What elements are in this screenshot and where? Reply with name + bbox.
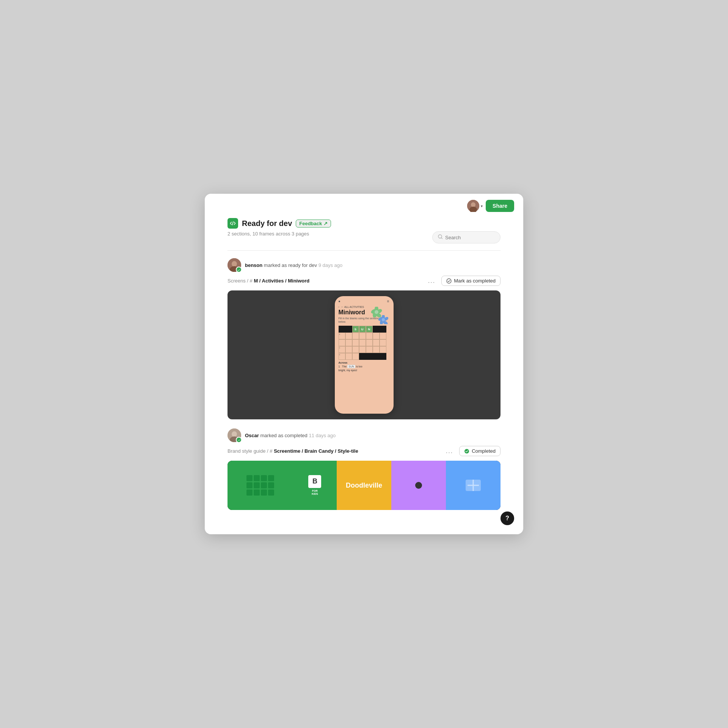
more-options-button-2[interactable]: ... xyxy=(444,447,455,455)
activity-path-row-1: Screens / # M / Activities / Miniword ..… xyxy=(228,276,500,286)
dev-badge xyxy=(236,267,242,273)
phone-across-section: Across 1 The SUN is toobright, my eyes! xyxy=(335,360,394,372)
cw-cell xyxy=(345,346,352,353)
brand-blue-graphic xyxy=(464,476,483,495)
search-icon xyxy=(438,234,443,241)
phone-back-link: ← ← ALL ACTIVITIES xyxy=(335,305,394,309)
completed-button[interactable]: Completed xyxy=(459,446,500,456)
cw-cell xyxy=(359,339,366,346)
cw-cell xyxy=(373,353,380,360)
cw-cell-u: 2U xyxy=(359,326,366,333)
back-link-label: ← ALL ACTIVITIES xyxy=(341,306,364,308)
user-avatar-button[interactable]: ▾ xyxy=(467,200,483,212)
activity-path-2: Brand style guide / # Screentime / Brain… xyxy=(228,448,358,454)
activity-action-desc-1: marked as ready for dev xyxy=(264,262,317,268)
phone-menu-icon: ≡ xyxy=(387,299,390,303)
cw-cell xyxy=(339,339,345,346)
code-badge xyxy=(228,218,238,229)
cw-cell-s: 1S xyxy=(352,326,359,333)
activity-text-2: Oscar marked as completed 11 days ago xyxy=(245,433,336,438)
feedback-button[interactable]: Feedback ↗ xyxy=(296,220,331,228)
cw-cell-n: 3N xyxy=(366,326,373,333)
topbar: ▾ Share xyxy=(205,194,523,218)
path-bold-1: M / Activities / Miniword xyxy=(254,278,309,284)
search-input[interactable] xyxy=(445,235,495,240)
svg-point-19 xyxy=(382,318,385,321)
divider xyxy=(228,250,500,251)
mark-completed-label: Mark as completed xyxy=(454,278,496,284)
mark-as-completed-button[interactable]: Mark as completed xyxy=(441,276,500,286)
check-circle-icon xyxy=(446,278,452,284)
cw-row-1: 1S 2U 3N xyxy=(339,326,390,333)
external-link-icon: ↗ xyxy=(323,221,328,226)
cw-row-5: 6 xyxy=(339,353,390,360)
frame-preview-miniword: ≡ ← ← ALL ACTIVITIES Miniword Fill in th… xyxy=(228,290,500,419)
activity-actions-2: ... Completed xyxy=(444,446,500,456)
activity-actions-1: ... Mark as completed xyxy=(426,276,500,286)
search-bar xyxy=(432,231,500,243)
activity-avatar-benson xyxy=(228,258,241,272)
cw-cell xyxy=(345,353,352,360)
activity-item-1: benson marked as ready for dev 9 days ag… xyxy=(228,258,500,419)
svg-point-13 xyxy=(375,310,378,314)
svg-point-23 xyxy=(464,449,469,453)
activity-path-row-2: Brand style guide / # Screentime / Brain… xyxy=(228,446,500,456)
cw-cell xyxy=(380,333,386,339)
svg-point-5 xyxy=(232,261,237,267)
activity-item-2: Oscar marked as completed 11 days ago Br… xyxy=(228,428,500,510)
phone-top-bar: ≡ xyxy=(335,296,394,305)
cw-cell xyxy=(352,346,359,353)
completed-check-icon xyxy=(464,449,469,454)
cw-cell xyxy=(352,353,359,360)
activity-path-1: Screens / # M / Activities / Miniword xyxy=(228,278,309,284)
cw-cell xyxy=(373,326,380,333)
cw-cell xyxy=(380,326,386,333)
cw-cell xyxy=(339,326,345,333)
avatar xyxy=(467,200,479,212)
cw-cell xyxy=(359,353,366,360)
brand-tile-green-2: B FORKIDS xyxy=(293,461,337,510)
chevron-down-icon: ▾ xyxy=(481,204,483,208)
path-prefix-2: Brand style guide / # xyxy=(228,448,274,454)
activity-action-2: marked as completed xyxy=(260,433,308,438)
main-window: ▾ Share Ready for dev Feedback ↗ 2 secti… xyxy=(205,194,523,534)
cw-row-3 xyxy=(339,339,390,346)
cw-cell xyxy=(366,333,373,339)
cw-cell: 6 xyxy=(339,353,345,360)
cw-cell xyxy=(373,333,380,339)
brand-tile-purple xyxy=(391,461,446,510)
completed-badge xyxy=(236,437,242,443)
cw-cell xyxy=(373,346,380,353)
phone-across-title: Across xyxy=(339,361,390,364)
sun-highlight: SUN xyxy=(347,365,355,368)
svg-point-1 xyxy=(471,202,475,207)
cw-row-2: 4 xyxy=(339,333,390,339)
activity-header-1: benson marked as ready for dev 9 days ag… xyxy=(228,258,500,272)
cw-cell xyxy=(352,339,359,346)
cw-cell xyxy=(345,339,352,346)
phone-across-clue: 1 The SUN is toobright, my eyes! xyxy=(339,365,390,372)
cw-cell: 4 xyxy=(339,333,345,339)
path-prefix-1: Screens / # xyxy=(228,278,254,284)
cw-cell xyxy=(380,346,386,353)
cw-cell xyxy=(345,333,352,339)
help-button[interactable]: ? xyxy=(500,511,514,525)
brand-tile-blue xyxy=(446,461,500,510)
frame-preview-brand: B FORKIDS Doodleville xyxy=(228,461,500,510)
feedback-label: Feedback xyxy=(299,221,322,226)
activity-user-1: benson xyxy=(245,262,262,268)
cw-cell xyxy=(359,333,366,339)
path-bold-2: Screentime / Brain Candy / Style-tile xyxy=(274,448,358,454)
more-options-button-1[interactable]: ... xyxy=(426,277,438,285)
page-header: Ready for dev Feedback ↗ xyxy=(228,218,500,229)
brand-tile-yellow: Doodleville xyxy=(337,461,391,510)
main-content: Ready for dev Feedback ↗ 2 sections, 10 … xyxy=(205,218,523,534)
activity-user-2: Oscar xyxy=(245,433,259,438)
share-button[interactable]: Share xyxy=(486,200,514,212)
flower-blue-icon xyxy=(378,315,388,324)
brand-tile-green-1 xyxy=(228,461,293,510)
cw-cell xyxy=(366,353,373,360)
activity-avatar-oscar xyxy=(228,428,241,442)
activity-header-2: Oscar marked as completed 11 days ago xyxy=(228,428,500,442)
cw-cell xyxy=(359,346,366,353)
